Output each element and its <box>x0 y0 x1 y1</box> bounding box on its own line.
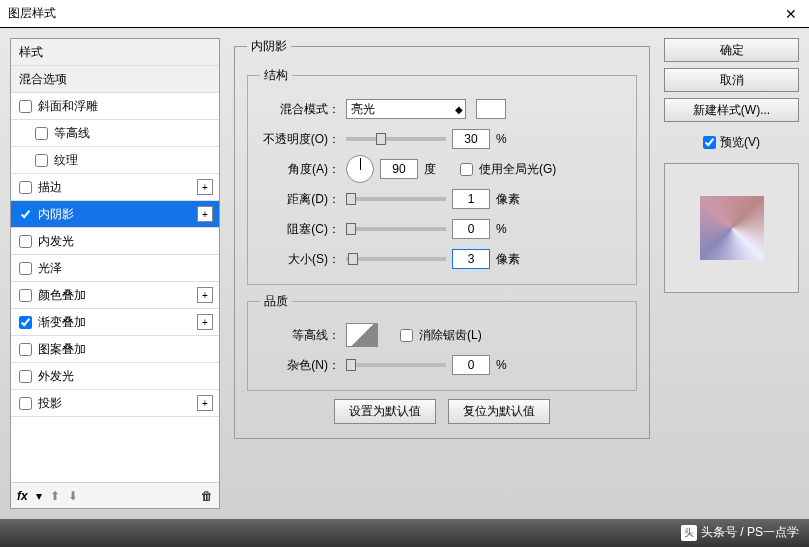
opacity-input[interactable] <box>452 129 490 149</box>
opacity-label: 不透明度(O)： <box>260 131 340 148</box>
noise-input[interactable] <box>452 355 490 375</box>
sidebar-checkbox[interactable] <box>19 235 32 248</box>
settings-panel: 内阴影 结构 混合模式： 亮光◆ 不透明度(O)： % 角度(A)： <box>230 38 654 509</box>
preview-checkbox[interactable] <box>703 136 716 149</box>
noise-slider[interactable] <box>346 363 446 367</box>
move-down-icon[interactable]: ⬇ <box>68 489 78 503</box>
sidebar-item-label: 外发光 <box>38 368 74 385</box>
sidebar-item-8[interactable]: 渐变叠加+ <box>11 309 219 336</box>
choke-input[interactable] <box>452 219 490 239</box>
distance-input[interactable] <box>452 189 490 209</box>
angle-label: 角度(A)： <box>260 161 340 178</box>
sidebar-checkbox[interactable] <box>19 100 32 113</box>
move-up-icon[interactable]: ⬆ <box>50 489 60 503</box>
list-header-styles[interactable]: 样式 <box>11 39 219 66</box>
window-title: 图层样式 <box>8 5 781 22</box>
add-effect-icon[interactable]: + <box>197 287 213 303</box>
color-swatch[interactable] <box>476 99 506 119</box>
sidebar-checkbox[interactable] <box>35 154 48 167</box>
list-header-blend[interactable]: 混合选项 <box>11 66 219 93</box>
sidebar-item-5[interactable]: 内发光 <box>11 228 219 255</box>
distance-label: 距离(D)： <box>260 191 340 208</box>
fx-menu[interactable]: fx <box>17 489 28 503</box>
list-footer: fx▾ ⬆ ⬇ 🗑 <box>11 482 219 508</box>
sidebar-item-9[interactable]: 图案叠加 <box>11 336 219 363</box>
sidebar-item-6[interactable]: 光泽 <box>11 255 219 282</box>
distance-slider[interactable] <box>346 197 446 201</box>
sidebar-item-label: 投影 <box>38 395 62 412</box>
sidebar-item-label: 描边 <box>38 179 62 196</box>
new-style-button[interactable]: 新建样式(W)... <box>664 98 799 122</box>
styles-list: 样式 混合选项 斜面和浮雕等高线纹理描边+内阴影+内发光光泽颜色叠加+渐变叠加+… <box>11 39 219 482</box>
chevron-down-icon: ◆ <box>455 104 463 115</box>
styles-list-panel: 样式 混合选项 斜面和浮雕等高线纹理描边+内阴影+内发光光泽颜色叠加+渐变叠加+… <box>10 38 220 509</box>
sidebar-checkbox[interactable] <box>19 208 32 221</box>
watermark-logo-icon: 头 <box>681 525 697 541</box>
size-slider[interactable] <box>346 257 446 261</box>
titlebar: 图层样式 ✕ <box>0 0 809 28</box>
sidebar-item-label: 图案叠加 <box>38 341 86 358</box>
sidebar-checkbox[interactable] <box>19 316 32 329</box>
antialias-checkbox[interactable] <box>400 329 413 342</box>
sidebar-checkbox[interactable] <box>19 262 32 275</box>
quality-group: 品质 等高线： 消除锯齿(L) 杂色(N)： % <box>247 293 637 391</box>
sidebar-item-2[interactable]: 纹理 <box>11 147 219 174</box>
add-effect-icon[interactable]: + <box>197 206 213 222</box>
noise-label: 杂色(N)： <box>260 357 340 374</box>
sidebar-item-10[interactable]: 外发光 <box>11 363 219 390</box>
sidebar-item-label: 纹理 <box>54 152 78 169</box>
sidebar-item-label: 内阴影 <box>38 206 74 223</box>
fx-caret-icon[interactable]: ▾ <box>36 489 42 503</box>
cancel-button[interactable]: 取消 <box>664 68 799 92</box>
sidebar-checkbox[interactable] <box>19 289 32 302</box>
blend-mode-select[interactable]: 亮光◆ <box>346 99 466 119</box>
right-panel: 确定 取消 新建样式(W)... 预览(V) <box>664 38 799 509</box>
add-effect-icon[interactable]: + <box>197 395 213 411</box>
size-label: 大小(S)： <box>260 251 340 268</box>
add-effect-icon[interactable]: + <box>197 179 213 195</box>
sidebar-checkbox[interactable] <box>19 343 32 356</box>
sidebar-item-label: 等高线 <box>54 125 90 142</box>
close-icon[interactable]: ✕ <box>781 4 801 24</box>
ok-button[interactable]: 确定 <box>664 38 799 62</box>
choke-slider[interactable] <box>346 227 446 231</box>
sidebar-item-7[interactable]: 颜色叠加+ <box>11 282 219 309</box>
trash-icon[interactable]: 🗑 <box>201 489 213 503</box>
sidebar-item-1[interactable]: 等高线 <box>11 120 219 147</box>
contour-label: 等高线： <box>260 327 340 344</box>
add-effect-icon[interactable]: + <box>197 314 213 330</box>
sidebar-item-label: 渐变叠加 <box>38 314 86 331</box>
sidebar-checkbox[interactable] <box>19 397 32 410</box>
preview-thumbnail <box>700 196 764 260</box>
sidebar-checkbox[interactable] <box>19 370 32 383</box>
angle-input[interactable] <box>380 159 418 179</box>
sidebar-item-label: 内发光 <box>38 233 74 250</box>
sidebar-item-label: 斜面和浮雕 <box>38 98 98 115</box>
sidebar-checkbox[interactable] <box>19 181 32 194</box>
size-input[interactable] <box>452 249 490 269</box>
angle-dial[interactable] <box>346 155 374 183</box>
sidebar-checkbox[interactable] <box>35 127 48 140</box>
sidebar-item-11[interactable]: 投影+ <box>11 390 219 417</box>
blend-mode-label: 混合模式： <box>260 101 340 118</box>
inner-shadow-group: 内阴影 结构 混合模式： 亮光◆ 不透明度(O)： % 角度(A)： <box>234 38 650 439</box>
sidebar-item-label: 光泽 <box>38 260 62 277</box>
make-default-button[interactable]: 设置为默认值 <box>334 399 436 424</box>
contour-picker[interactable] <box>346 323 378 347</box>
structure-group: 结构 混合模式： 亮光◆ 不透明度(O)： % 角度(A)： 度 <box>247 67 637 285</box>
preview-box <box>664 163 799 293</box>
sidebar-item-3[interactable]: 描边+ <box>11 174 219 201</box>
opacity-slider[interactable] <box>346 137 446 141</box>
dialog-body: 样式 混合选项 斜面和浮雕等高线纹理描边+内阴影+内发光光泽颜色叠加+渐变叠加+… <box>0 28 809 519</box>
choke-label: 阻塞(C)： <box>260 221 340 238</box>
watermark: 头头条号 / PS一点学 <box>681 524 799 541</box>
sidebar-item-4[interactable]: 内阴影+ <box>11 201 219 228</box>
panel-title: 内阴影 <box>247 38 291 55</box>
sidebar-item-0[interactable]: 斜面和浮雕 <box>11 93 219 120</box>
global-light-checkbox[interactable] <box>460 163 473 176</box>
reset-default-button[interactable]: 复位为默认值 <box>448 399 550 424</box>
sidebar-item-label: 颜色叠加 <box>38 287 86 304</box>
